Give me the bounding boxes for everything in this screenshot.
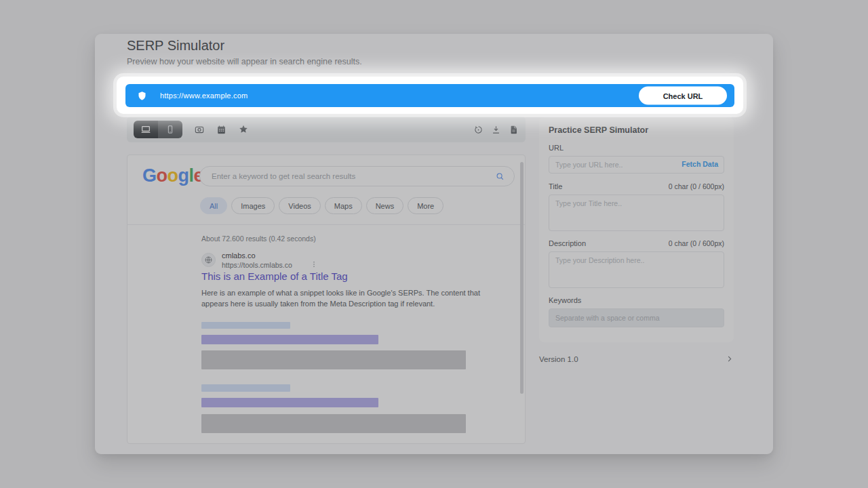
- description-label: Description: [549, 239, 586, 247]
- serp-simulator-page: SERP Simulator Preview how your website …: [0, 0, 868, 488]
- main-card: SERP Simulator Preview how your website …: [95, 34, 773, 454]
- tabs-divider: [127, 224, 525, 225]
- calendar-icon[interactable]: [216, 125, 226, 135]
- url-text[interactable]: https://www.example.com: [160, 92, 248, 100]
- version-row[interactable]: Version 1.0: [539, 354, 734, 363]
- serp-search-bar: [199, 166, 515, 186]
- laptop-icon: [140, 124, 151, 135]
- desktop-mode-button[interactable]: [134, 121, 158, 138]
- globe-icon: [204, 256, 213, 264]
- skeleton-headline-bar: [201, 322, 290, 329]
- title-input[interactable]: [549, 195, 724, 231]
- page-subtitle: Preview how your website will appear in …: [127, 57, 362, 66]
- check-url-button[interactable]: Check URL: [639, 87, 727, 105]
- tab-maps[interactable]: Maps: [325, 197, 362, 214]
- keywords-input[interactable]: [549, 308, 724, 327]
- result-title-link[interactable]: This is an Example of a Title Tag: [201, 270, 348, 282]
- export-file-icon[interactable]: [509, 125, 519, 135]
- star-icon[interactable]: [238, 124, 249, 135]
- url-checker-highlight: https://www.example.com Check URL: [117, 77, 743, 114]
- practice-panel: Practice SERP Simulator URL Fetch Data T…: [539, 117, 734, 342]
- url-address-bar[interactable]: https://www.example.com Check URL: [125, 84, 734, 107]
- practice-panel-title: Practice SERP Simulator: [549, 125, 724, 135]
- tab-videos[interactable]: Videos: [279, 197, 320, 214]
- result-description: Here is an example of what a snippet loo…: [201, 287, 500, 309]
- version-label: Version 1.0: [539, 355, 578, 363]
- site-favicon: [201, 253, 216, 267]
- url-field-wrap: Fetch Data: [549, 156, 724, 174]
- toolbar-actions: [473, 125, 519, 135]
- url-label: URL: [549, 144, 564, 152]
- shield-icon: [137, 91, 147, 101]
- serp-tabs: All Images Videos Maps News More: [200, 197, 443, 214]
- preview-scrollbar[interactable]: [520, 162, 524, 394]
- preview-toolbar: [127, 117, 526, 142]
- result-menu-icon[interactable]: [310, 259, 318, 271]
- search-icon[interactable]: [495, 171, 505, 184]
- skeleton-body-bar: [201, 414, 466, 433]
- mobile-mode-button[interactable]: [158, 121, 182, 138]
- chevron-right-icon: [725, 354, 734, 363]
- fetch-data-button[interactable]: Fetch Data: [682, 160, 718, 168]
- screenshot-camera-icon[interactable]: [194, 124, 205, 135]
- description-input[interactable]: [549, 251, 724, 288]
- result-site-name: cmlabs.co: [222, 251, 256, 260]
- smartphone-icon: [165, 125, 175, 134]
- skeleton-body-bar: [201, 350, 466, 369]
- skeleton-headline-bar: [201, 384, 290, 392]
- history-icon[interactable]: [473, 125, 484, 135]
- tab-images[interactable]: Images: [231, 197, 275, 214]
- google-logo: Google: [142, 165, 203, 186]
- device-toggle[interactable]: [134, 121, 182, 138]
- skeleton-subhead-bar: [201, 398, 378, 407]
- serp-preview-panel: Google All Images Videos Maps News More …: [127, 155, 526, 444]
- description-counter: 0 char (0 / 600px): [669, 239, 724, 247]
- result-url: https://tools.cmlabs.co: [222, 261, 292, 269]
- page-title: SERP Simulator: [127, 38, 224, 54]
- skeleton-subhead-bar: [201, 335, 378, 344]
- tab-all[interactable]: All: [200, 197, 227, 214]
- tab-more[interactable]: More: [408, 197, 443, 214]
- download-icon[interactable]: [491, 125, 501, 135]
- title-label: Title: [549, 182, 562, 190]
- keywords-label: Keywords: [549, 296, 581, 304]
- title-counter: 0 char (0 / 600px): [669, 182, 724, 190]
- tab-news[interactable]: News: [366, 197, 404, 214]
- serp-search-input[interactable]: [200, 167, 514, 186]
- results-stats: About 72.600 results (0.42 seconds): [201, 235, 316, 243]
